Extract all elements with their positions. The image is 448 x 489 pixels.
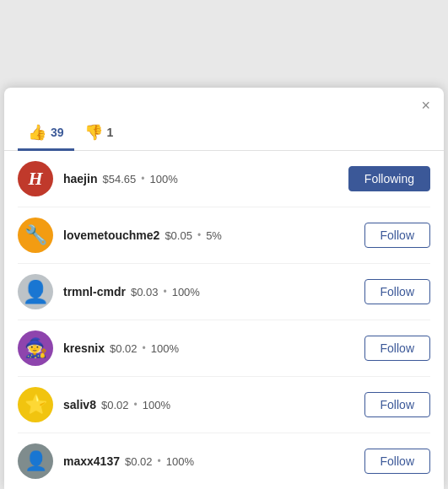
follow-button[interactable]: Follow xyxy=(364,449,430,474)
username: maxx4137 xyxy=(63,454,120,468)
table-row: 👤 maxx4137 $0.02 • 100% Follow xyxy=(18,433,430,489)
avatar: 👤 xyxy=(18,443,53,479)
separator: • xyxy=(197,229,201,241)
amount: $0.02 xyxy=(110,342,138,355)
user-meta: saliv8 $0.02 • 100% xyxy=(63,398,364,411)
separator: • xyxy=(158,455,161,467)
amount: $54.65 xyxy=(102,173,136,185)
percent: 100% xyxy=(149,173,177,185)
table-row: 🔧 lovemetouchme2 $0.05 • 5% Follow xyxy=(18,207,430,264)
user-info: kresnix $0.02 • 100% xyxy=(63,341,364,355)
tabs-container: 👍 39 👎 1 xyxy=(4,116,444,151)
modal-header: × xyxy=(4,88,444,113)
user-meta: trmnl-cmdr $0.03 • 100% xyxy=(63,285,364,298)
avatar: H xyxy=(18,161,53,196)
table-row: 🧙 kresnix $0.02 • 100% Follow xyxy=(18,320,430,377)
username: saliv8 xyxy=(63,398,96,411)
user-info: haejin $54.65 • 100% xyxy=(63,172,348,185)
table-row: 👤 trmnl-cmdr $0.03 • 100% Follow xyxy=(18,264,430,320)
separator: • xyxy=(141,173,144,185)
username: trmnl-cmdr xyxy=(63,285,126,298)
avatar: 🧙 xyxy=(18,330,53,366)
avatar: 🔧 xyxy=(18,218,53,253)
user-info: saliv8 $0.02 • 100% xyxy=(63,398,364,411)
separator: • xyxy=(163,286,166,298)
percent: 100% xyxy=(166,455,194,468)
tab-downvote[interactable]: 👎 1 xyxy=(74,116,124,151)
percent: 100% xyxy=(151,342,179,355)
percent: 100% xyxy=(172,286,200,298)
tab-upvote[interactable]: 👍 39 xyxy=(18,116,74,151)
downvote-icon: 👎 xyxy=(84,123,103,142)
amount: $0.02 xyxy=(125,455,153,468)
user-list: H haejin $54.65 • 100% Following 🔧 lovem… xyxy=(4,151,444,489)
separator: • xyxy=(133,399,137,411)
percent: 5% xyxy=(206,229,222,242)
separator: • xyxy=(143,342,146,354)
percent: 100% xyxy=(143,399,170,411)
follow-button[interactable]: Follow xyxy=(364,279,430,304)
avatar: ⭐ xyxy=(18,387,53,422)
user-info: trmnl-cmdr $0.03 • 100% xyxy=(63,285,364,298)
user-meta: maxx4137 $0.02 • 100% xyxy=(63,454,364,468)
follow-button[interactable]: Follow xyxy=(364,223,430,248)
upvote-icon: 👍 xyxy=(28,123,46,142)
table-row: ⭐ saliv8 $0.02 • 100% Follow xyxy=(18,377,430,433)
amount: $0.05 xyxy=(165,229,192,242)
follow-button[interactable]: Follow xyxy=(364,336,430,361)
user-info: maxx4137 $0.02 • 100% xyxy=(63,454,364,468)
downvote-count: 1 xyxy=(107,126,114,139)
modal: × 👍 39 👎 1 H haejin $54.65 • 100% xyxy=(4,88,444,489)
follow-button[interactable]: Follow xyxy=(364,392,430,417)
follow-button[interactable]: Following xyxy=(348,166,430,191)
user-meta: haejin $54.65 • 100% xyxy=(63,172,348,185)
username: haejin xyxy=(63,172,97,185)
upvote-count: 39 xyxy=(51,126,64,139)
avatar: 👤 xyxy=(18,274,53,309)
amount: $0.02 xyxy=(101,399,129,411)
amount: $0.03 xyxy=(131,286,159,298)
user-info: lovemetouchme2 $0.05 • 5% xyxy=(63,228,364,242)
close-button[interactable]: × xyxy=(421,98,430,113)
table-row: H haejin $54.65 • 100% Following xyxy=(18,151,430,207)
user-meta: kresnix $0.02 • 100% xyxy=(63,341,364,355)
username: lovemetouchme2 xyxy=(63,228,159,242)
username: kresnix xyxy=(63,341,105,355)
user-meta: lovemetouchme2 $0.05 • 5% xyxy=(63,228,364,242)
